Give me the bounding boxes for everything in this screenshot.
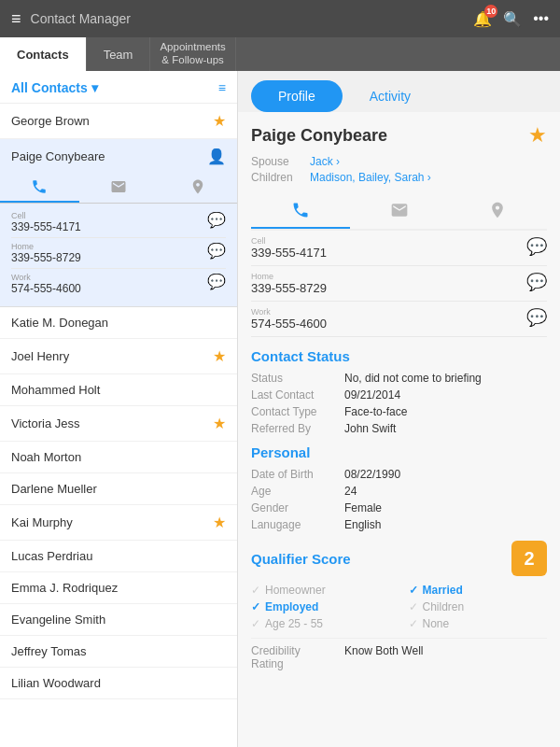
credibility-label: Credibility Rating [251, 644, 335, 670]
chat-icon[interactable]: 💬 [526, 307, 547, 328]
more-icon[interactable]: ••• [533, 10, 549, 27]
spouse-value[interactable]: Jack › [310, 155, 340, 168]
contact-item-noah[interactable]: Noah Morton [0, 442, 237, 473]
notification-count: 10 [484, 5, 497, 18]
contact-item-lucas[interactable]: Lucas Perdriau [0, 541, 237, 572]
referred-by-value: John Swift [344, 422, 396, 435]
profile-content: Paige Conybeare ★ Spouse Jack › Children… [238, 112, 560, 682]
phone-action-button[interactable] [0, 173, 79, 203]
all-contacts-button[interactable]: All Contacts ▾ [11, 80, 98, 95]
detail-phone-button[interactable] [251, 193, 350, 229]
contact-name: Paige Conybeare [11, 149, 105, 163]
contact-name: Joel Henry [11, 349, 69, 363]
last-contact-value: 09/21/2014 [344, 388, 400, 402]
contact-item-mohammed[interactable]: Mohammed Holt [0, 374, 237, 406]
contact-item-katie[interactable]: Katie M. Donegan [0, 307, 237, 339]
detail-phone-cell: Cell 339-555-4171 💬 [251, 231, 547, 266]
left-panel: All Contacts ▾ ≡ George Brown ★ Paige Co… [0, 71, 238, 747]
detail-location-button[interactable] [448, 193, 547, 229]
contact-status-table: Status No, did not come to briefing Last… [251, 372, 547, 435]
chat-icon[interactable]: 💬 [207, 273, 226, 290]
contact-name: Lucas Perdriau [11, 549, 92, 563]
contact-item-george-brown[interactable]: George Brown ★ [0, 104, 237, 139]
profile-name: Paige Conybeare [251, 126, 387, 146]
detail-phone-number-work[interactable]: 574-555-4600 [251, 317, 327, 331]
contact-item-kai[interactable]: Kai Murphy ★ [0, 505, 237, 541]
qualifier-married: ✓ Married [409, 584, 548, 597]
age-value: 24 [344, 485, 357, 498]
star-icon: ★ [213, 112, 226, 130]
chat-icon[interactable]: 💬 [207, 211, 226, 229]
contact-status-header: Contact Status [251, 348, 547, 364]
language-value: English [344, 518, 381, 531]
detail-email-button[interactable] [350, 193, 449, 229]
family-info: Spouse Jack › Children Madison, Bailey, … [251, 155, 547, 184]
location-action-button[interactable] [158, 173, 237, 203]
tab-activity[interactable]: Activity [343, 80, 438, 112]
age-row: Age 24 [251, 485, 547, 498]
gender-label: Gender [251, 501, 335, 514]
contact-item-darlene[interactable]: Darlene Mueller [0, 473, 237, 505]
contact-name: Jeffrey Tomas [11, 644, 86, 658]
contact-item-jeffrey[interactable]: Jeffrey Tomas [0, 636, 237, 668]
status-row: Status No, did not come to briefing [251, 372, 547, 385]
star-icon: ★ [213, 347, 226, 365]
contact-name: Kai Murphy [11, 515, 73, 529]
detail-phone-number-cell[interactable]: 339-555-4171 [251, 246, 327, 260]
contact-expanded-paige: Paige Conybeare 👤 Cell 339-555-4 [0, 139, 237, 307]
children-value[interactable]: Madison, Bailey, Sarah › [310, 171, 431, 184]
nav-tab-contacts[interactable]: Contacts [0, 37, 87, 71]
contact-name: George Brown [11, 114, 90, 128]
contact-item-emma[interactable]: Emma J. Rodriquez [0, 572, 237, 604]
contact-item-lilian[interactable]: Lilian Woodward [0, 668, 237, 699]
detail-phone-work: Work 574-555-4600 💬 [251, 302, 547, 337]
last-contact-label: Last Contact [251, 388, 335, 402]
chat-icon[interactable]: 💬 [526, 272, 547, 292]
contact-item-paige[interactable]: Paige Conybeare 👤 [0, 139, 237, 169]
qualifier-employed: ✓ Employed [251, 600, 390, 613]
person-icon: 👤 [207, 148, 226, 165]
contact-name: Emma J. Rodriquez [11, 581, 118, 595]
phone-entry-cell: Cell 339-555-4171 💬 [11, 207, 226, 238]
main-layout: All Contacts ▾ ≡ George Brown ★ Paige Co… [0, 71, 560, 747]
detail-phone-label-work: Work [251, 307, 327, 317]
profile-activity-tabs: Profile Activity [238, 71, 560, 112]
qualifier-age: ✓ Age 25 - 55 [251, 617, 390, 630]
detail-phones: Cell 339-555-4171 💬 Home 339-555-8729 💬 … [251, 231, 547, 337]
contact-name: Darlene Mueller [11, 482, 97, 496]
search-icon[interactable]: 🔍 [503, 10, 522, 28]
detail-phone-number-home[interactable]: 339-555-8729 [251, 281, 327, 295]
qualifier-header: Qualifier Score 2 [251, 541, 547, 576]
chat-icon[interactable]: 💬 [207, 242, 226, 260]
tab-profile[interactable]: Profile [251, 80, 343, 112]
contact-name: Mohammed Holt [11, 383, 100, 397]
status-value: No, did not come to briefing [344, 372, 482, 385]
check-married-icon: ✓ [409, 584, 418, 597]
contacts-header: All Contacts ▾ ≡ [0, 71, 237, 104]
qualifier-children: ✓ Children [409, 600, 548, 613]
all-contacts-label: All Contacts [11, 80, 88, 95]
notification-bell[interactable]: 🔔 10 [473, 10, 492, 28]
contact-item-joel[interactable]: Joel Henry ★ [0, 339, 237, 374]
qualifier-section-header: Qualifier Score [251, 551, 351, 567]
menu-icon[interactable]: ≡ [11, 9, 21, 29]
dob-row: Date of Birth 08/22/1990 [251, 468, 547, 481]
favorite-star-icon[interactable]: ★ [528, 123, 547, 148]
contact-item-evangeline[interactable]: Evangeline Smith [0, 604, 237, 636]
phone-number-home[interactable]: 339-555-8729 [11, 251, 81, 264]
phone-number-cell[interactable]: 339-555-4171 [11, 220, 81, 233]
app-title: Contact Manager [31, 11, 131, 26]
contact-name: Katie M. Donegan [11, 316, 108, 330]
contact-name: Victoria Jess [11, 416, 79, 430]
contact-item-victoria[interactable]: Victoria Jess ★ [0, 406, 237, 442]
phone-number-work[interactable]: 574-555-4600 [11, 282, 81, 295]
email-action-button[interactable] [79, 173, 159, 203]
topbar-left: ≡ Contact Manager [11, 9, 131, 29]
phone-label-home: Home [11, 242, 81, 251]
age-label: Age [251, 485, 335, 498]
filter-icon[interactable]: ≡ [218, 80, 226, 95]
nav-tab-appointments[interactable]: Appointments& Follow-ups [150, 37, 235, 71]
chat-icon[interactable]: 💬 [526, 236, 547, 257]
children-label: Children [251, 171, 302, 184]
nav-tab-team[interactable]: Team [87, 37, 151, 71]
